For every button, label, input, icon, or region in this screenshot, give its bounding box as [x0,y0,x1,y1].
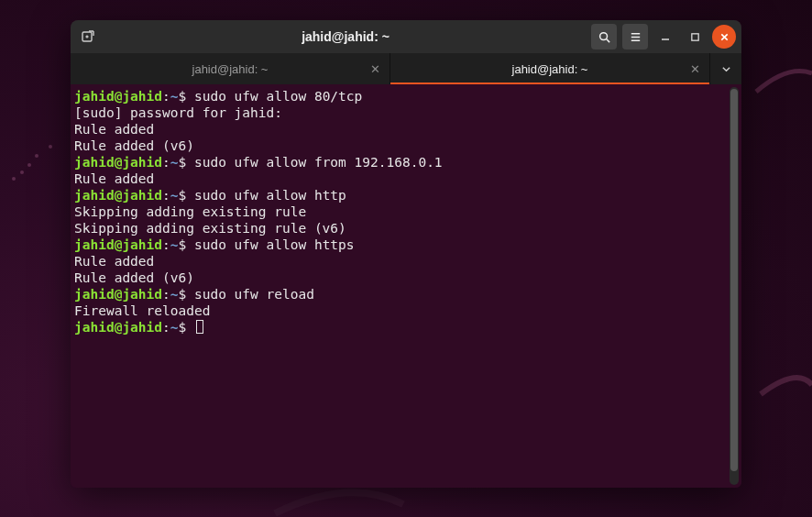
scrollbar[interactable] [730,87,739,485]
scrollbar-thumb[interactable] [730,89,738,471]
new-tab-button[interactable] [76,25,100,49]
tab-close-button[interactable]: ✕ [690,62,700,76]
svg-point-4 [49,145,52,148]
svg-rect-12 [691,33,697,39]
hamburger-icon [629,30,642,44]
close-icon [719,32,730,42]
tab-overflow-button[interactable] [710,53,741,84]
maximize-button[interactable] [683,25,707,49]
titlebar: jahid@jahid: ~ [71,20,741,53]
tab-1[interactable]: jahid@jahid: ~ ✕ [71,53,390,84]
menu-button[interactable] [622,24,648,50]
search-icon [598,30,611,44]
tab-label: jahid@jahid: ~ [192,62,269,76]
tab-close-button[interactable]: ✕ [370,62,380,76]
window-title: jahid@jahid: ~ [105,29,586,44]
search-button[interactable] [591,24,617,50]
svg-point-2 [20,170,24,174]
svg-line-7 [606,38,609,42]
maximize-icon [690,32,700,42]
tab-2[interactable]: jahid@jahid: ~ ✕ [390,53,710,84]
tab-bar: jahid@jahid: ~ ✕ jahid@jahid: ~ ✕ [71,53,741,84]
minimize-icon [660,31,671,42]
svg-point-1 [27,163,31,167]
svg-point-0 [35,154,38,158]
chevron-down-icon [721,64,731,74]
terminal-window: jahid@jahid: ~ jahid@jahid: ~ ✕ jah [71,20,741,488]
svg-point-6 [599,32,607,39]
tab-label: jahid@jahid: ~ [512,62,588,76]
terminal-output[interactable]: jahid@jahid:~$ sudo ufw allow 80/tcp [su… [71,84,730,488]
minimize-button[interactable] [653,25,677,49]
close-button[interactable] [712,25,736,49]
svg-point-3 [12,177,16,181]
